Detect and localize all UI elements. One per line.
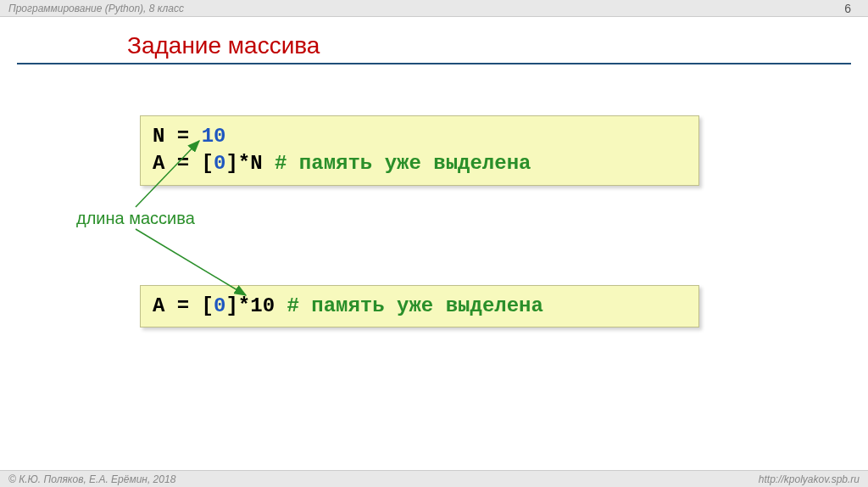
- annotation-label: длина массива: [76, 209, 195, 228]
- code-comment-2: # память уже выделена: [287, 294, 542, 317]
- code-line-1: N = 10: [153, 123, 687, 150]
- footer-bar: © К.Ю. Поляков, Е.А. Ерёмин, 2018 http:/…: [0, 470, 868, 487]
- code-rest-2: ]*10: [225, 294, 287, 317]
- code-block-2: A = [0]*10 # память уже выделена: [140, 285, 699, 327]
- code-block-1: N = 10 A = [0]*N # память уже выделена: [140, 115, 699, 186]
- content-area: N = 10 A = [0]*N # память уже выделена д…: [0, 115, 868, 455]
- code-var-a: A: [153, 152, 164, 175]
- page-number: 6: [844, 2, 851, 15]
- header-bar: Программирование (Python), 8 класс: [0, 0, 868, 17]
- slide-title: Задание массива: [127, 32, 868, 59]
- code-zero-2: 0: [214, 294, 225, 317]
- code-eq-3: = [: [164, 294, 214, 317]
- code-line-2: A = [0]*N # память уже выделена: [153, 150, 687, 177]
- footer-url: http://kpolyakov.spb.ru: [759, 473, 860, 485]
- code-rest-1: ]*N: [225, 152, 275, 175]
- code-comment-1: # память уже выделена: [275, 152, 531, 175]
- code-eq-1: =: [164, 125, 201, 148]
- footer-copyright: © К.Ю. Поляков, Е.А. Ерёмин, 2018: [8, 473, 175, 485]
- code-zero-1: 0: [214, 152, 225, 175]
- code-var-n: N: [153, 125, 164, 148]
- course-label: Программирование (Python), 8 класс: [8, 3, 184, 14]
- code-eq-2: = [: [164, 152, 214, 175]
- code-var-a2: A: [153, 294, 164, 317]
- code-val-10: 10: [202, 125, 226, 148]
- title-underline: [17, 63, 851, 64]
